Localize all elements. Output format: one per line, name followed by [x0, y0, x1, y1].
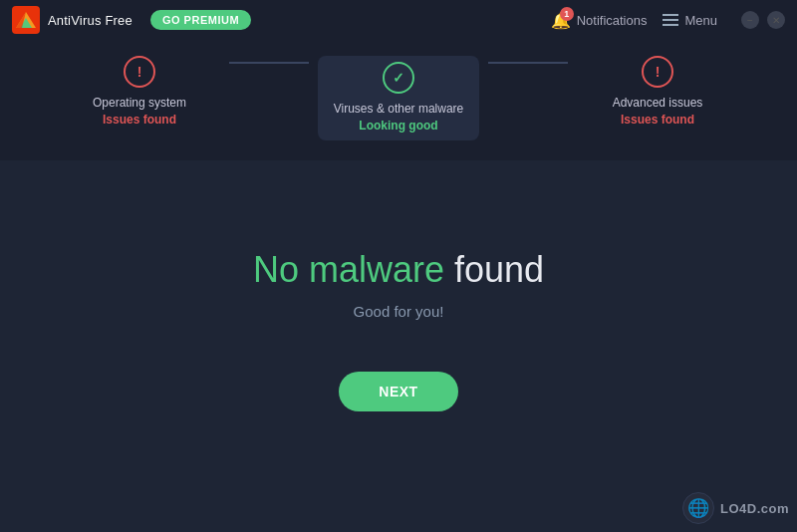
- minimize-button[interactable]: −: [741, 11, 759, 29]
- step-advanced[interactable]: ! Advanced issues Issues found: [568, 56, 747, 127]
- watermark-text: LO4D.com: [720, 501, 789, 516]
- main-title: No malware found: [253, 249, 544, 291]
- title-bar-right: 🔔 1 Notifications Menu − ✕: [551, 10, 785, 30]
- app-name: AntiVirus Free: [48, 13, 133, 28]
- next-button[interactable]: NEXT: [339, 372, 457, 411]
- step-os-label: Operating system: [93, 96, 186, 110]
- step-malware-status: Looking good: [359, 119, 437, 133]
- step-advanced-status: Issues found: [621, 113, 694, 127]
- menu-label: Menu: [684, 13, 717, 28]
- step-os[interactable]: ! Operating system Issues found: [50, 56, 229, 127]
- step-os-status: Issues found: [103, 113, 176, 127]
- title-bar: AntiVirus Free GO PREMIUM 🔔 1 Notificati…: [0, 0, 797, 40]
- avg-logo: [12, 6, 40, 34]
- hamburger-icon: [663, 14, 678, 26]
- close-button[interactable]: ✕: [767, 11, 785, 29]
- notification-badge: 1: [560, 7, 574, 21]
- steps-bar: ! Operating system Issues found ✓ Viruse…: [0, 40, 797, 160]
- main-subtitle: Good for you!: [354, 303, 444, 320]
- step-advanced-label: Advanced issues: [613, 96, 703, 110]
- main-content: No malware found Good for you! NEXT: [0, 160, 797, 499]
- menu-button[interactable]: Menu: [663, 13, 717, 28]
- premium-button[interactable]: GO PREMIUM: [150, 10, 251, 30]
- step-os-circle: !: [124, 56, 155, 88]
- step-connector-2: [488, 62, 568, 64]
- notification-icon-wrapper: 🔔 1: [551, 10, 571, 30]
- window-controls: − ✕: [741, 11, 785, 29]
- step-malware-circle: ✓: [383, 62, 414, 94]
- watermark-globe-icon: 🌐: [682, 492, 714, 524]
- step-malware-active-bg: ✓ Viruses & other malware Looking good: [318, 56, 480, 140]
- step-malware-label: Viruses & other malware: [334, 102, 464, 116]
- main-title-green: No malware: [253, 249, 444, 290]
- logo-area: AntiVirus Free GO PREMIUM: [12, 6, 251, 34]
- main-title-white: found: [444, 249, 544, 290]
- watermark: 🌐 LO4D.com: [682, 492, 789, 524]
- notifications-button[interactable]: 🔔 1 Notifications: [551, 10, 648, 30]
- step-connector-1: [229, 62, 309, 64]
- step-advanced-circle: !: [642, 56, 673, 88]
- notifications-label: Notifications: [577, 13, 648, 28]
- step-malware[interactable]: ✓ Viruses & other malware Looking good: [309, 56, 488, 140]
